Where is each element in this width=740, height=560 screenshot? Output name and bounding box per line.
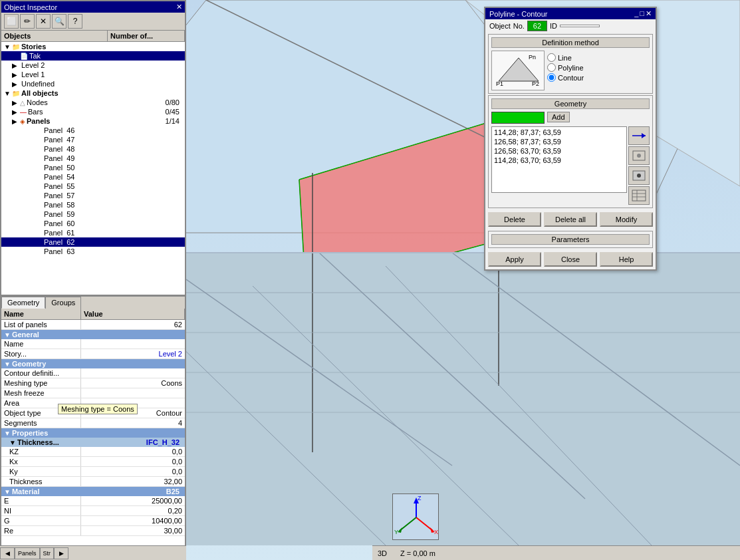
properties-section-label: Properties [12, 429, 48, 437]
geo-btn-2[interactable] [628, 146, 650, 165]
prop-story-value: Level 2 [81, 349, 185, 358]
prop-area-row: Area [1, 398, 185, 408]
geo-btn-3[interactable] [628, 166, 650, 185]
radio-line-input[interactable] [547, 53, 556, 62]
polyline-dialog-title: Polyline - Contour [489, 10, 547, 18]
geo-btn-table[interactable] [628, 186, 650, 205]
section-general[interactable]: ▼ General [1, 330, 185, 339]
tree-item-tak[interactable]: 📄 Tak [1, 51, 185, 61]
geometry-section: Geometry Add 114,28; 87,37; 63,59 126,58… [488, 95, 653, 208]
svg-marker-15 [642, 133, 646, 138]
coord-row-2[interactable]: 126,58; 87,37; 63,59 [493, 137, 626, 146]
tree-item-panel-63[interactable]: Panel63 [1, 247, 185, 256]
radio-contour[interactable]: Contour [547, 73, 584, 82]
close-icon[interactable]: ✕ [176, 3, 182, 11]
polyline-dialog-titlebar: Polyline - Contour _ □ ✕ [485, 8, 656, 19]
tree-item-panel-48[interactable]: Panel48 [1, 144, 185, 154]
kx-value: 0,0 [81, 457, 185, 466]
prop-meshfreeze-row: Mesh freeze [1, 388, 185, 398]
tree-item-all-objects[interactable]: ▼ 📁 All objects [1, 88, 185, 98]
section-geometry[interactable]: ▼ Geometry [1, 359, 185, 368]
svg-marker-10 [499, 58, 539, 81]
tree-item-panel-61[interactable]: Panel61 [1, 228, 185, 237]
tree-item-undefined[interactable]: ▶ Undefined [1, 79, 185, 88]
tree-item-level1[interactable]: ▶ Level 1 [1, 70, 185, 79]
re-value: 30,00 [81, 526, 185, 535]
tree-item-stories[interactable]: ▼ 📁 Stories [1, 42, 185, 51]
tree-item-panel-60[interactable]: Panel60 [1, 219, 185, 228]
geometry-section-label: Geometry [12, 360, 46, 368]
prop-objecttype-row: Object type Contour [1, 408, 185, 418]
number-col-header: Number of... [108, 31, 185, 41]
maximize-icon[interactable]: □ [640, 9, 644, 18]
svg-text:Y: Y [394, 529, 398, 535]
viewport-scene [186, 0, 740, 560]
object-inspector-title: Object Inspector [4, 3, 57, 11]
delete-button[interactable]: ✕ [36, 14, 51, 29]
radio-polyline[interactable]: Polyline [547, 63, 584, 72]
tree-item-bars[interactable]: ▶ — Bars 0/45 [1, 107, 185, 116]
radio-polyline-input[interactable] [547, 63, 556, 72]
scroll-up-btn[interactable]: ◀ [0, 547, 15, 559]
tree-item-panel-50[interactable]: Panel50 [1, 163, 185, 172]
material-label: Material [12, 488, 40, 495]
prop-thickness-row: Thickness 32,00 [1, 477, 185, 487]
thickness-num-value: 32,00 [81, 477, 185, 486]
edit-button[interactable]: ✏ [20, 14, 35, 29]
scroll-right-sb-btn[interactable]: ▶ [54, 547, 68, 559]
new-button[interactable]: ⬜ [4, 14, 19, 29]
diagram-svg: P1 P2 Pn [492, 51, 545, 91]
tree-item-panel-54[interactable]: Panel54 [1, 172, 185, 182]
delete-all-button[interactable]: Delete all [544, 212, 597, 227]
tree-item-level2[interactable]: ▶ Level 2 [1, 61, 185, 70]
section-properties[interactable]: ▼ Properties [1, 428, 185, 438]
tree-item-panel-57[interactable]: Panel57 [1, 191, 185, 200]
coord-row-4[interactable]: 114,28; 63,70; 63,59 [493, 156, 626, 165]
color-swatch[interactable] [491, 112, 545, 124]
all-objects-label: All objects [21, 89, 59, 97]
definition-section: Definition method P1 P2 Pn Line [488, 34, 653, 94]
subsection-thickness[interactable]: ▼ Thickness... IFC_H_32 [1, 438, 185, 447]
add-button[interactable]: Add [547, 112, 570, 122]
delete-button[interactable]: Delete [488, 212, 541, 227]
name-col-header: Name [1, 309, 81, 319]
radio-contour-input[interactable] [547, 73, 556, 82]
panels-tab-btn[interactable]: Panels [15, 547, 40, 559]
axes-svg: Z X Y [393, 494, 439, 541]
axes-widget: Z X Y [392, 493, 439, 540]
undefined-label: Undefined [21, 80, 55, 88]
inspector-tabs: Geometry Groups [1, 296, 185, 309]
radio-line[interactable]: Line [547, 53, 584, 62]
dialog-close-icon[interactable]: ✕ [646, 9, 652, 18]
close-button[interactable]: Close [544, 252, 597, 267]
list-of-panels-value: 62 [81, 320, 185, 329]
search-button[interactable]: 🔍 [52, 14, 66, 29]
id-input[interactable] [560, 25, 600, 27]
coordinate-list[interactable]: 114,28; 87,37; 63,59 126,58; 87,37; 63,5… [491, 126, 627, 193]
tree-item-panel-47[interactable]: Panel47 [1, 135, 185, 144]
tab-groups[interactable]: Groups [45, 297, 81, 309]
help-button[interactable]: ? [68, 14, 82, 29]
g-value: 10400,00 [81, 516, 185, 525]
tree-item-panel-59[interactable]: Panel59 [1, 210, 185, 219]
section-material[interactable]: ▼ Material B25 [1, 487, 185, 496]
no-label: No. [513, 22, 525, 30]
modify-button[interactable]: Modify [600, 212, 653, 227]
tree-item-panel-58[interactable]: Panel58 [1, 200, 185, 210]
tab-geometry[interactable]: Geometry [1, 297, 45, 309]
coord-row-1[interactable]: 114,28; 87,37; 63,59 [493, 128, 626, 137]
tree-item-panel-62[interactable]: Panel62 [1, 237, 185, 247]
tree-item-panel-46[interactable]: Panel46 [1, 126, 185, 135]
radio-line-label: Line [558, 54, 572, 62]
help-button-dialog[interactable]: Help [600, 252, 653, 267]
tree-item-panel-55[interactable]: Panel55 [1, 182, 185, 191]
str-tab-btn[interactable]: Str [40, 547, 55, 559]
geo-btn-1[interactable] [628, 126, 650, 145]
minimize-icon[interactable]: _ [634, 9, 638, 18]
tree-item-panel-49[interactable]: Panel49 [1, 154, 185, 163]
coord-row-3[interactable]: 126,58; 63,70; 63,59 [493, 146, 626, 156]
apply-button[interactable]: Apply [488, 252, 541, 267]
tree-item-panels[interactable]: ▶ ◈ Panels 1/14 [1, 116, 185, 126]
tree-item-nodes[interactable]: ▶ △ Nodes 0/80 [1, 98, 185, 107]
prop-ni-row: NI 0,20 [1, 506, 185, 516]
